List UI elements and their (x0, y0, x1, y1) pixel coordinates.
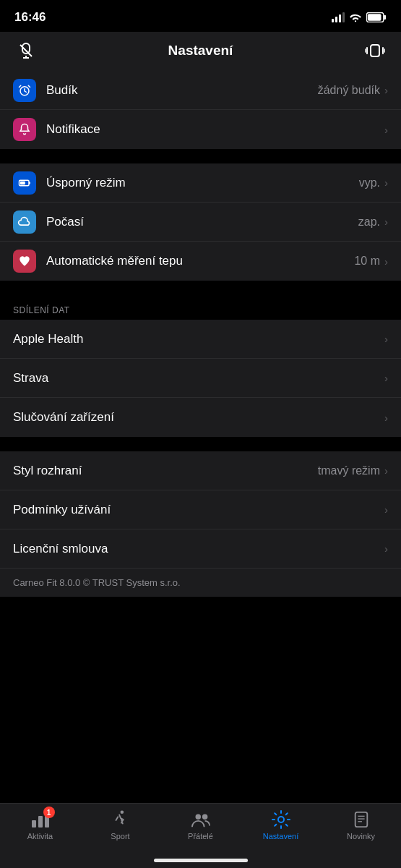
budik-chevron: › (384, 84, 388, 96)
svg-rect-2 (368, 14, 381, 20)
styl-value: tmavý režim (318, 464, 380, 477)
svg-rect-15 (20, 181, 25, 184)
licencni-chevron: › (384, 542, 388, 555)
row-heart[interactable]: Automatické měření tepu 10 m › (0, 242, 401, 281)
notifikace-chevron: › (384, 124, 388, 136)
licencni-label: Licenční smlouva (13, 542, 384, 556)
heart-chevron: › (384, 255, 388, 268)
status-icons (332, 12, 387, 22)
alarm-icon (13, 79, 36, 102)
notifikace-label: Notifikace (46, 122, 384, 137)
row-apple-health[interactable]: Apple Health › (0, 320, 401, 359)
row-pocasi[interactable]: Počasí zap. › (0, 203, 401, 242)
header: Nastavení (0, 32, 401, 71)
svg-rect-23 (355, 812, 367, 827)
heart-label: Automatické měření tepu (46, 254, 354, 268)
budik-label: Budík (46, 83, 318, 98)
podminky-label: Podmínky užívání (13, 503, 384, 517)
news-icon (350, 809, 373, 830)
cloud-icon (13, 210, 36, 234)
svg-rect-1 (384, 15, 386, 20)
section-alarms: Budík žádný budík › Notifikace › (0, 71, 401, 149)
tab-sport[interactable]: Sport (80, 809, 160, 841)
svg-rect-14 (29, 182, 30, 184)
svg-rect-17 (38, 816, 43, 827)
svg-point-22 (278, 817, 284, 822)
apple-health-chevron: › (384, 333, 388, 345)
heart-icon (13, 250, 36, 273)
svg-rect-16 (32, 820, 36, 827)
battery-save-icon (13, 171, 36, 195)
wifi-icon (349, 12, 362, 22)
run-icon (109, 809, 132, 830)
row-podminky[interactable]: Podmínky užívání › (0, 490, 401, 529)
usporny-value: vyp. (359, 176, 380, 190)
tab-bar: 1 Aktivita Sport Přátelé (0, 803, 401, 868)
pocasi-label: Počasí (46, 215, 358, 229)
section-other: Styl rozhraní tmavý režim › Podmínky uží… (0, 451, 401, 597)
heart-value: 10 m (354, 255, 380, 268)
slucovani-chevron: › (384, 412, 388, 424)
section-battery: Úsporný režim vyp. › Počasí zap. › Autom… (0, 163, 401, 281)
section-sharing: SDÍLENÍ DAT Apple Health › Strava › Sluč… (0, 295, 401, 437)
tab-aktivita-label: Aktivita (27, 832, 53, 841)
status-bar: 16:46 (0, 0, 401, 32)
row-styl[interactable]: Styl rozhraní tmavý režim › (0, 451, 401, 490)
usporny-chevron: › (384, 176, 388, 189)
page-title: Nastavení (39, 43, 362, 59)
gap-3 (0, 444, 401, 451)
home-indicator (154, 859, 248, 862)
row-strava[interactable]: Strava › (0, 359, 401, 398)
svg-point-21 (202, 814, 207, 820)
vibrate-icon (362, 38, 388, 64)
apple-health-label: Apple Health (13, 332, 384, 346)
battery-status-icon (366, 12, 387, 22)
tab-novinky-label: Novinky (347, 832, 375, 841)
tab-nastaveni-label: Nastavení (263, 832, 299, 841)
row-licencni[interactable]: Licenční smlouva › (0, 529, 401, 569)
budik-value: žádný budík (318, 84, 380, 97)
row-notifikace[interactable]: Notifikace › (0, 110, 401, 149)
bar-chart-icon: 1 (29, 809, 52, 830)
sharing-label: SDÍLENÍ DAT (0, 295, 401, 320)
row-budik[interactable]: Budík žádný budík › (0, 71, 401, 110)
podminky-chevron: › (384, 503, 388, 516)
row-usporny[interactable]: Úsporný režim vyp. › (0, 163, 401, 203)
signal-icon (332, 12, 345, 22)
svg-point-20 (195, 814, 200, 820)
tab-pratele-label: Přátelé (188, 832, 213, 841)
tab-sport-label: Sport (111, 832, 129, 841)
usporny-label: Úsporný režim (46, 176, 359, 190)
tab-novinky[interactable]: Novinky (321, 809, 401, 841)
pocasi-chevron: › (384, 216, 388, 228)
svg-point-19 (120, 810, 124, 814)
strava-chevron: › (384, 372, 388, 384)
gap-1 (0, 156, 401, 163)
styl-chevron: › (384, 464, 388, 477)
tab-pratele[interactable]: Přátelé (160, 809, 241, 841)
aktivita-badge: 1 (43, 807, 55, 818)
slucovani-label: Slučování zařízení (13, 410, 384, 425)
styl-label: Styl rozhraní (13, 464, 318, 478)
strava-label: Strava (13, 371, 384, 386)
pocasi-value: zap. (358, 216, 380, 229)
tab-nastaveni[interactable]: Nastavení (241, 809, 321, 841)
status-time: 16:46 (14, 10, 46, 25)
silent-icon (13, 38, 39, 64)
svg-rect-7 (371, 45, 379, 56)
friends-icon (189, 809, 212, 830)
row-slucovani[interactable]: Slučování zařízení › (0, 398, 401, 437)
settings-content: Budík žádný budík › Notifikace › (0, 71, 401, 803)
gap-2 (0, 288, 401, 295)
gear-icon (270, 809, 293, 830)
bell-icon (13, 118, 36, 141)
footer-text: Carneo Fit 8.0.0 © TRUST System s.r.o. (0, 569, 401, 597)
tab-aktivita[interactable]: 1 Aktivita (0, 809, 80, 841)
